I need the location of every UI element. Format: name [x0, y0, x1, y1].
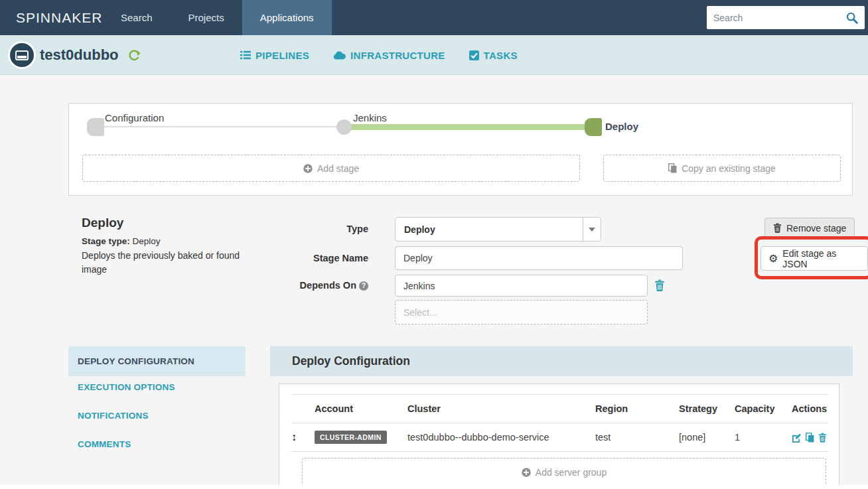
col-account: Account — [315, 395, 407, 423]
stage-type-line: Stage type: Deploy — [82, 236, 161, 246]
remove-dependency-trash-icon[interactable] — [654, 279, 665, 291]
top-nav-items: Search Projects Applications — [103, 0, 332, 35]
account-badge: CLUSTER-ADMIN — [315, 431, 387, 444]
sidebar-item-notifications[interactable]: NOTIFICATIONS — [68, 411, 246, 421]
plus-circle-icon — [522, 468, 531, 477]
bottom-strip — [0, 485, 868, 489]
col-region: Region — [595, 395, 679, 423]
stage-type-select[interactable]: Deploy — [395, 217, 601, 242]
capacity-cell: 1 — [735, 423, 792, 452]
table-header-row: Account Cluster Region Strategy Capacity… — [291, 395, 828, 423]
trash-icon — [773, 223, 782, 233]
add-server-group-button[interactable]: Add server group — [302, 458, 826, 487]
edit-icon[interactable] — [792, 433, 802, 443]
tab-infrastructure[interactable]: INFRASTRUCTURE — [333, 50, 445, 61]
nav-item-applications[interactable]: Applications — [242, 0, 332, 35]
server-groups-table: Account Cluster Region Strategy Capacity… — [291, 394, 828, 452]
deploy-configuration-band: Deploy Configuration — [270, 346, 853, 376]
graph-edge-jenkins-deploy — [350, 124, 587, 130]
refresh-icon[interactable] — [128, 35, 141, 75]
caret-down-icon — [589, 228, 595, 232]
gear-icon: ⚙ — [768, 253, 778, 264]
trash-icon[interactable] — [818, 433, 827, 443]
search-icon[interactable] — [846, 12, 858, 24]
stage-node-label-deploy[interactable]: Deploy — [605, 121, 638, 132]
application-name: test0dubbo — [40, 35, 119, 75]
graph-edge-config-jenkins — [102, 126, 338, 127]
sidebar-item-comments[interactable]: COMMENTS — [68, 439, 246, 449]
help-question-icon[interactable]: ? — [359, 281, 368, 291]
type-field-label: Type — [232, 224, 368, 234]
cloud-icon — [333, 51, 346, 60]
stage-name-input[interactable] — [395, 246, 683, 270]
strategy-cell: [none] — [679, 423, 735, 452]
stage-title: Deploy — [82, 216, 123, 230]
tab-tasks[interactable]: TASKS — [469, 50, 518, 61]
depends-on-input[interactable] — [395, 275, 648, 297]
table-row: ↕ CLUSTER-ADMIN test0dubbo--dubbo-demo-s… — [291, 423, 828, 452]
drag-handle-icon[interactable]: ↕ — [291, 431, 297, 443]
row-actions — [792, 433, 828, 443]
region-cell: test — [595, 423, 679, 452]
sidebar-item-deploy-configuration[interactable]: DEPLOY CONFIGURATION — [68, 346, 246, 376]
global-search-box — [707, 6, 865, 29]
stage-node-label-configuration[interactable]: Configuration — [105, 112, 164, 123]
depends-on-field-label: Depends On? — [232, 280, 368, 291]
select-caret-box[interactable] — [583, 218, 601, 241]
col-actions: Actions — [792, 395, 828, 423]
drag-handle-header — [291, 395, 315, 423]
nav-item-search[interactable]: Search — [103, 0, 171, 35]
cluster-cell: test0dubbo--dubbo-demo-service — [407, 423, 595, 452]
sidebar-item-execution-options[interactable]: EXECUTION OPTIONS — [68, 382, 246, 392]
nav-item-projects[interactable]: Projects — [171, 0, 242, 35]
copy-icon[interactable] — [806, 433, 814, 443]
check-square-icon — [469, 50, 479, 60]
stage-node-deploy[interactable] — [585, 118, 602, 136]
col-strategy: Strategy — [679, 395, 735, 423]
stage-name-field-label: Stage Name — [232, 253, 368, 263]
stage-node-configuration[interactable] — [87, 118, 104, 136]
col-capacity: Capacity — [735, 395, 792, 423]
list-icon — [240, 50, 251, 60]
depends-on-add-select[interactable] — [395, 300, 648, 324]
remove-stage-button[interactable]: Remove stage — [764, 218, 855, 238]
add-stage-button[interactable]: Add stage — [82, 155, 580, 182]
col-cluster: Cluster — [407, 395, 595, 423]
edit-stage-as-json-button[interactable]: ⚙ Edit stage as JSON — [760, 246, 868, 271]
application-tabs: PIPELINES INFRASTRUCTURE TASKS — [240, 35, 518, 75]
stage-node-jenkins[interactable] — [336, 119, 352, 135]
plus-circle-icon — [303, 164, 313, 173]
application-icon — [8, 41, 36, 69]
application-header: test0dubbo PIPELINES INFRASTRUCTURE TASK… — [0, 35, 868, 75]
copy-existing-stage-button[interactable]: Copy an existing stage — [603, 155, 841, 182]
tab-pipelines[interactable]: PIPELINES — [240, 50, 309, 61]
copy-icon — [668, 163, 677, 173]
deploy-configuration-title: Deploy Configuration — [270, 346, 853, 376]
top-nav: SPINNAKER Search Projects Applications — [0, 0, 868, 35]
pipeline-graph-card: Configuration Jenkins Deploy Add stage C… — [68, 103, 853, 196]
stage-node-label-jenkins[interactable]: Jenkins — [353, 112, 387, 123]
global-search-input[interactable] — [713, 13, 846, 23]
main-content: Configuration Jenkins Deploy Add stage C… — [0, 75, 868, 489]
brand-logo[interactable]: SPINNAKER — [16, 0, 102, 35]
